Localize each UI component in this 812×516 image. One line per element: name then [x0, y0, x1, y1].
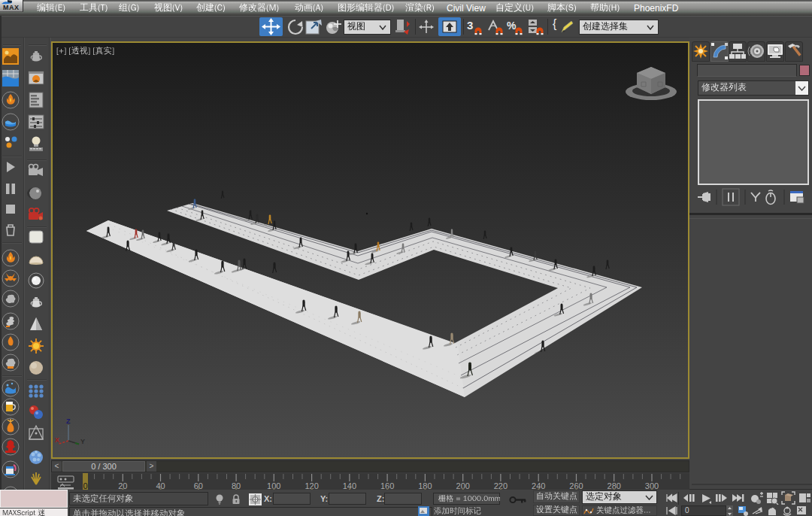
svg-text:X: X [55, 436, 59, 444]
svg-text:Z: Z [66, 417, 71, 425]
svg-text:Y: Y [80, 438, 85, 445]
